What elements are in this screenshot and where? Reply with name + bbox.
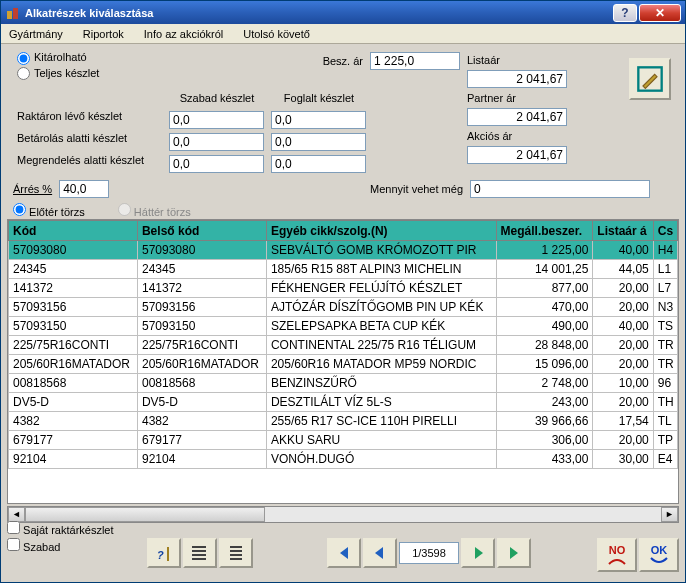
table-row[interactable]: 225/75R16CONTI225/75R16CONTICONTINENTAL …	[9, 336, 678, 355]
chk-szabad-label[interactable]: Szabad	[7, 537, 114, 554]
raktaron-foglalt-input[interactable]	[271, 111, 366, 129]
next-page-button[interactable]	[461, 538, 495, 568]
prev-page-button[interactable]	[363, 538, 397, 568]
betarolas-foglalt-input[interactable]	[271, 133, 366, 151]
cell-lista: 10,00	[593, 374, 653, 393]
radio-eloter-label[interactable]: Előtér törzs	[13, 206, 85, 218]
cell-lista: 20,00	[593, 336, 653, 355]
cell-belso: 57093156	[137, 298, 266, 317]
radio-kitarolhato-label[interactable]: Kitárolható	[17, 50, 99, 66]
cell-lista: 44,05	[593, 260, 653, 279]
cell-belso: DV5-D	[137, 393, 266, 412]
cell-kod: 57093156	[9, 298, 138, 317]
akcios-ar-label: Akciós ár	[467, 130, 537, 142]
akcios-ar-input[interactable]	[467, 146, 567, 164]
parts-grid[interactable]: Kód Belső kód Egyéb cikk/szolg.(N) Megál…	[7, 219, 679, 504]
cell-kod: 92104	[9, 450, 138, 469]
last-page-button[interactable]	[497, 538, 531, 568]
cell-cs: TR	[653, 355, 677, 374]
menu-utolso[interactable]: Utolsó követő	[239, 26, 314, 42]
cell-lista: 20,00	[593, 279, 653, 298]
table-row[interactable]: DV5-DDV5-DDESZTILÁLT VÍZ 5L-S243,0020,00…	[9, 393, 678, 412]
cell-belso: 57093080	[137, 241, 266, 260]
megrendeles-szabad-input[interactable]	[169, 155, 264, 173]
close-button[interactable]: ✕	[639, 4, 681, 22]
menu-gyartmany[interactable]: Gyártmány	[5, 26, 67, 42]
cell-egyeb: AJTÓZÁR DÍSZÍTŐGOMB PIN UP KÉK	[266, 298, 496, 317]
svg-rect-8	[192, 558, 206, 560]
table-row[interactable]: 9210492104VONÓH.DUGÓ433,0030,00E4	[9, 450, 678, 469]
cell-cs: TH	[653, 393, 677, 412]
purchase-price-block: Besz. ár	[237, 52, 467, 70]
cell-belso: 4382	[137, 412, 266, 431]
table-row[interactable]: 205/60R16MATADOR205/60R16MATADOR205/60R1…	[9, 355, 678, 374]
radio-eloter[interactable]	[13, 203, 26, 216]
betarolas-szabad-input[interactable]	[169, 133, 264, 151]
col-belso[interactable]: Belső kód	[137, 221, 266, 241]
source-radios: Előtér törzs Háttér törzs	[13, 203, 221, 218]
cell-kod: 679177	[9, 431, 138, 450]
help-tool-button[interactable]: ?	[147, 538, 181, 568]
table-row[interactable]: 5709315657093156AJTÓZÁR DÍSZÍTŐGOMB PIN …	[9, 298, 678, 317]
stock-filter-radios: Kitárolható Teljes készlet	[17, 50, 99, 81]
listaar-input[interactable]	[467, 70, 567, 88]
arres-input[interactable]	[59, 180, 109, 198]
edit-button[interactable]	[629, 58, 671, 100]
svg-rect-6	[192, 550, 206, 552]
smile-icon	[649, 556, 669, 566]
svg-rect-12	[230, 558, 242, 560]
cell-megall: 877,00	[496, 279, 593, 298]
table-row[interactable]: 43824382255/65 R17 SC-ICE 110H PIRELLI39…	[9, 412, 678, 431]
radio-teljes-label[interactable]: Teljes készlet	[17, 66, 99, 82]
cell-kod: 225/75R16CONTI	[9, 336, 138, 355]
table-row[interactable]: 2434524345185/65 R15 88T ALPIN3 MICHELIN…	[9, 260, 678, 279]
cell-megall: 433,00	[496, 450, 593, 469]
radio-teljes[interactable]	[17, 67, 30, 80]
cell-megall: 39 966,66	[496, 412, 593, 431]
table-row[interactable]: 0081856800818568BENZINSZŰRŐ2 748,0010,00…	[9, 374, 678, 393]
chk-szabad[interactable]	[7, 538, 20, 551]
radio-kitarolhato[interactable]	[17, 52, 30, 65]
remaining-qty-block: Mennyit vehet még	[317, 180, 650, 198]
megrendeles-foglalt-input[interactable]	[271, 155, 366, 173]
ok-button[interactable]: OK	[639, 538, 679, 572]
table-row[interactable]: 5709308057093080SEBVÁLTÓ GOMB KRÓMOZOTT …	[9, 241, 678, 260]
cell-egyeb: DESZTILÁLT VÍZ 5L-S	[266, 393, 496, 412]
chk-sajat[interactable]	[7, 521, 20, 534]
col-cs[interactable]: Cs	[653, 221, 677, 241]
prev-icon	[370, 545, 390, 561]
table-row[interactable]: 141372141372FÉKHENGER FELÚJÍTÓ KÉSZLET87…	[9, 279, 678, 298]
list-tool-button-1[interactable]	[183, 538, 217, 568]
col-megall[interactable]: Megáll.beszer.	[496, 221, 593, 241]
partner-ar-input[interactable]	[467, 108, 567, 126]
cell-egyeb: CONTINENTAL 225/75 R16 TÉLIGUM	[266, 336, 496, 355]
menu-riportok[interactable]: Riportok	[79, 26, 128, 42]
table-row[interactable]: 5709315057093150SZELEPSAPKA BETA CUP KÉK…	[9, 317, 678, 336]
first-page-button[interactable]	[327, 538, 361, 568]
cell-lista: 30,00	[593, 450, 653, 469]
no-button[interactable]: NO	[597, 538, 637, 572]
svg-rect-11	[230, 554, 242, 556]
cell-lista: 20,00	[593, 431, 653, 450]
cell-megall: 15 096,00	[496, 355, 593, 374]
col-lista[interactable]: Listaár á	[593, 221, 653, 241]
svg-rect-7	[192, 554, 206, 556]
cell-kod: 57093080	[9, 241, 138, 260]
cell-egyeb: FÉKHENGER FELÚJÍTÓ KÉSZLET	[266, 279, 496, 298]
raktaron-szabad-input[interactable]	[169, 111, 264, 129]
question-icon: ?	[154, 543, 174, 563]
cell-egyeb: 255/65 R17 SC-ICE 110H PIRELLI	[266, 412, 496, 431]
besz-ar-input[interactable]	[370, 52, 460, 70]
list-tool-button-2[interactable]	[219, 538, 253, 568]
mennyit-input[interactable]	[470, 180, 650, 198]
col-kod[interactable]: Kód	[9, 221, 138, 241]
chk-sajat-label[interactable]: Saját raktárkészlet	[7, 520, 114, 537]
cell-cs: 96	[653, 374, 677, 393]
col-egyeb[interactable]: Egyéb cikk/szolg.(N)	[266, 221, 496, 241]
menu-info[interactable]: Info az akciókról	[140, 26, 227, 42]
table-row[interactable]: 679177679177AKKU SARU306,0020,00TP	[9, 431, 678, 450]
help-button[interactable]: ?	[613, 4, 637, 22]
cell-lista: 20,00	[593, 393, 653, 412]
content-area: Kitárolható Teljes készlet Besz. ár List…	[1, 44, 685, 582]
cell-lista: 20,00	[593, 355, 653, 374]
